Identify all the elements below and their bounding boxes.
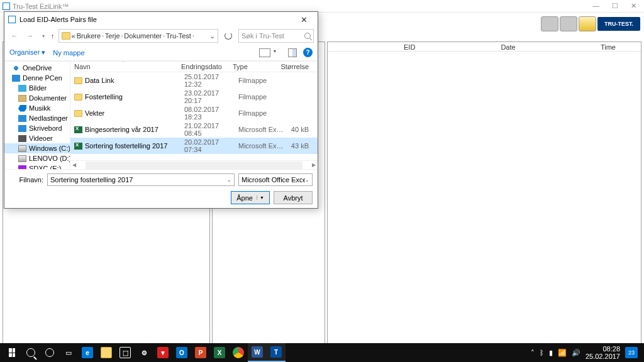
system-tray: ˄ ᛒ ▮ 📶 🔊 08:28 25.02.2017 23	[531, 345, 641, 360]
outlook-icon[interactable]: O	[172, 343, 191, 362]
bluetooth-icon[interactable]: ᛒ	[540, 349, 544, 356]
cortana-icon[interactable]	[40, 343, 59, 362]
tray-up-icon[interactable]: ˄	[531, 349, 535, 357]
cancel-button[interactable]: Avbryt	[274, 191, 313, 204]
store-icon[interactable]: ⬚	[116, 343, 135, 362]
tree-item-label: Skrivebord	[29, 124, 62, 132]
file-list-header[interactable]: Navn Endringsdato Type Størrelse	[70, 62, 318, 72]
tree-item[interactable]: Skrivebord	[4, 123, 70, 133]
clock[interactable]: 08:28 25.02.2017	[586, 345, 620, 360]
settings-icon[interactable]: ⚙	[135, 343, 153, 362]
edge-icon[interactable]: e	[78, 343, 97, 362]
tree-item[interactable]: Bilder	[4, 83, 70, 93]
file-icon	[74, 143, 82, 150]
powerpoint-icon[interactable]: P	[191, 343, 210, 362]
device-icon-2[interactable]	[560, 16, 577, 31]
start-button[interactable]	[3, 343, 21, 362]
folder-tree: OneDriveDenne PCenBilderDokumenterMusikk…	[4, 62, 70, 169]
view-menu[interactable]	[259, 48, 270, 57]
tree-item[interactable]: OneDrive	[4, 63, 70, 73]
file-name: Bingesortering vår 2017	[85, 126, 182, 133]
right-panel-headers: EID Date Time	[328, 42, 641, 52]
file-row[interactable]: Bingesortering vår 201721.02.2017 08:45M…	[70, 121, 318, 138]
file-name: Vekter	[85, 109, 182, 117]
explorer-icon[interactable]	[97, 343, 116, 362]
device-toolbar: TRU-TEST.	[541, 16, 640, 31]
file-icon	[74, 77, 82, 84]
chrome-icon[interactable]	[229, 343, 248, 362]
close-button[interactable]: ✕	[631, 2, 636, 10]
tree-item[interactable]: Musikk	[4, 103, 70, 113]
file-row[interactable]: Vekter08.02.2017 18:23Filmappe	[70, 105, 318, 121]
device-icon-1[interactable]	[541, 16, 558, 31]
file-date: 25.01.2017 12:32	[184, 73, 236, 88]
tree-item-label: OneDrive	[23, 64, 52, 72]
word-icon[interactable]: W	[248, 343, 267, 362]
back-button[interactable]: ←	[8, 32, 20, 40]
file-name: Fostertelling	[85, 93, 182, 101]
tree-item-icon	[18, 125, 26, 132]
file-row[interactable]: Sortering fostertelling 201720.02.2017 0…	[70, 138, 318, 154]
excel-icon[interactable]: X	[210, 343, 229, 362]
device-icon-3[interactable]	[579, 16, 596, 31]
dialog-title-bar: Load EID-Alerts Pairs file ✕	[4, 12, 318, 27]
tree-item[interactable]: Videoer	[4, 133, 70, 143]
horizontal-scrollbar[interactable]: ◀▶	[70, 160, 318, 169]
col-type[interactable]: Type	[233, 63, 280, 70]
file-icon	[74, 94, 82, 101]
file-size: 43 kB	[289, 142, 314, 150]
tree-item-icon	[18, 145, 26, 152]
dialog-toolbar: Organiser ▾ Ny mappe ?	[4, 45, 318, 61]
file-row[interactable]: Fostertelling23.02.2017 20:17Filmappe	[70, 89, 318, 105]
file-type-filter[interactable]: Microsoft Office Excel Files(*.xls ⌄	[238, 173, 313, 186]
wifi-icon[interactable]: 📶	[558, 349, 567, 357]
notification-center[interactable]: 23	[625, 347, 638, 358]
up-button[interactable]: ↑	[51, 32, 55, 40]
file-icon	[74, 126, 82, 133]
file-date: 21.02.2017 08:45	[184, 122, 236, 137]
minimize-button[interactable]: —	[592, 2, 599, 10]
tree-item[interactable]: SDXC (E:)	[4, 163, 70, 169]
maximize-button[interactable]: ☐	[612, 2, 618, 10]
filename-input[interactable]: Sortering fostertelling 2017 ⌄	[47, 173, 235, 186]
new-folder-button[interactable]: Ny mappe	[53, 49, 84, 57]
refresh-button[interactable]	[225, 32, 232, 40]
volume-icon[interactable]: 🔊	[572, 349, 580, 357]
taskbar: ▭ e ⬚ ⚙ ▼ O P X W T ˄ ᛒ ▮ 📶 🔊 08:28 25.0…	[0, 343, 644, 362]
tree-item-label: Dokumenter	[29, 94, 67, 102]
tree-item-label: Bilder	[29, 84, 47, 92]
preview-toggle[interactable]	[288, 48, 297, 57]
task-view[interactable]: ▭	[59, 343, 78, 362]
file-row[interactable]: Data Link25.01.2017 12:32Filmappe	[70, 72, 318, 89]
organize-menu[interactable]: Organiser ▾	[9, 48, 45, 57]
ezilink-taskbar-icon[interactable]: T	[267, 343, 286, 362]
tree-item-label: Windows (C:)	[29, 145, 70, 152]
tree-item[interactable]: Nedlastinger	[4, 113, 70, 123]
taskbar-search[interactable]	[21, 343, 40, 362]
folder-icon	[62, 32, 70, 40]
tree-item-icon	[18, 95, 26, 102]
breadcrumb[interactable]: « Brukere› Terje› Dokumenter› Tru-Test› …	[58, 29, 219, 43]
open-button[interactable]: Åpne▼	[231, 191, 270, 204]
app-title: Tru-Test EziLink™	[13, 3, 69, 10]
battery-icon[interactable]: ▮	[549, 349, 553, 357]
antivirus-icon[interactable]: ▼	[153, 343, 172, 362]
tree-item[interactable]: Dokumenter	[4, 93, 70, 103]
file-date: 08.02.2017 18:23	[184, 106, 236, 121]
search-input[interactable]: Søk i Tru-Test	[238, 29, 314, 43]
help-button[interactable]: ?	[303, 48, 313, 57]
search-icon	[304, 33, 311, 39]
col-size[interactable]: Størrelse	[280, 63, 314, 70]
forward-button[interactable]: →	[24, 32, 36, 40]
dialog-close-button[interactable]: ✕	[294, 15, 314, 25]
app-title-bar: Tru-Test EziLink™ — ☐ ✕	[0, 0, 644, 13]
dialog-title: Load EID-Alerts Pairs file	[19, 16, 97, 23]
dialog-icon	[8, 16, 16, 23]
tree-item[interactable]: LENOVO (D:)	[4, 153, 70, 163]
col-name[interactable]: Navn	[74, 63, 181, 70]
recent-dropdown[interactable]: ▾	[40, 33, 47, 39]
tree-item[interactable]: Windows (C:)	[4, 143, 70, 153]
tree-item[interactable]: Denne PCen	[4, 73, 70, 83]
tree-item-icon	[18, 105, 26, 112]
col-modified[interactable]: Endringsdato	[181, 63, 233, 70]
